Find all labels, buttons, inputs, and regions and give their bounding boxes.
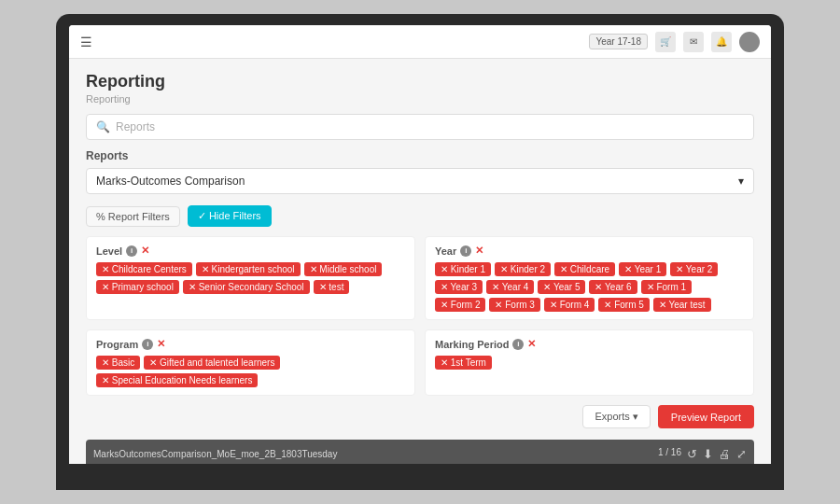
- notifications-icon[interactable]: 🔔: [711, 32, 732, 52]
- tag-childcare-centers[interactable]: ✕ Childcare Centers: [96, 262, 192, 276]
- tag-1st-term[interactable]: ✕ 1st Term: [435, 356, 492, 370]
- tag-basic[interactable]: ✕ Basic: [96, 356, 140, 370]
- tag-year4[interactable]: ✕ Year 4: [486, 280, 534, 294]
- preview-header: MarksOutcomesComparison_MoE_moe_2B_1803T…: [93, 447, 747, 461]
- marking-period-label: Marking Period i ✕: [435, 338, 744, 350]
- tag-form5[interactable]: ✕ Form 5: [598, 298, 649, 312]
- program-clear-icon[interactable]: ✕: [157, 338, 165, 350]
- refresh-icon[interactable]: ↺: [687, 447, 697, 461]
- filter-bar: % Report Filters ✓ Hide Filters: [86, 205, 754, 227]
- tag-kinder1[interactable]: ✕ Kinder 1: [435, 262, 491, 276]
- navbar-right: Year 17-18 🛒 ✉ 🔔: [589, 32, 760, 52]
- level-filter-group: Level i ✕ ✕ Childcare Centers ✕ Kinderga…: [86, 236, 415, 320]
- tag-year6[interactable]: ✕ Year 6: [589, 280, 637, 294]
- tag-year2[interactable]: ✕ Year 2: [670, 262, 718, 276]
- hide-filters-button[interactable]: ✓ Hide Filters: [188, 205, 272, 227]
- year-filter-label: Year i ✕: [435, 245, 744, 257]
- cart-icon[interactable]: 🛒: [655, 32, 676, 52]
- year-filter-group: Year i ✕ ✕ Kinder 1 ✕ Kinder 2 ✕ Childca…: [425, 236, 754, 320]
- selected-report: Marks-Outcomes Comparison: [96, 175, 245, 188]
- tag-kindergarten[interactable]: ✕ Kindergarten school: [196, 262, 301, 276]
- year-badge[interactable]: Year 17-18: [589, 34, 648, 49]
- preview-actions: 1 / 16 ↺ ⬇ 🖨 ⤢: [658, 447, 747, 461]
- expand-icon[interactable]: ⤢: [736, 447, 747, 461]
- breadcrumb: Reporting: [86, 93, 754, 105]
- tag-form4[interactable]: ✕ Form 4: [544, 298, 595, 312]
- tag-middle-school[interactable]: ✕ Middle school: [304, 262, 383, 276]
- marking-period-info-icon[interactable]: i: [512, 339, 524, 350]
- main-content: Reporting Reporting 🔍 Reports Reports Ma…: [69, 59, 771, 464]
- filters-grid: Level i ✕ ✕ Childcare Centers ✕ Kinderga…: [86, 236, 754, 396]
- preview-filename: MarksOutcomesComparison_MoE_moe_2B_1803T…: [93, 449, 337, 459]
- tag-year5[interactable]: ✕ Year 5: [538, 280, 585, 294]
- program-info-icon[interactable]: i: [142, 339, 153, 350]
- hamburger-icon[interactable]: ☰: [80, 35, 92, 49]
- tag-senior-secondary[interactable]: ✕ Senior Secondary School: [183, 280, 310, 294]
- download-icon[interactable]: ⬇: [703, 447, 713, 461]
- tag-test-level[interactable]: ✕ test: [314, 280, 350, 294]
- top-navbar: ☰ Year 17-18 🛒 ✉ 🔔: [69, 25, 771, 59]
- program-tags: ✕ Basic ✕ Gifted and talented learners ✕…: [96, 356, 405, 387]
- navbar-left: ☰: [80, 35, 92, 49]
- year-tags: ✕ Kinder 1 ✕ Kinder 2 ✕ Childcare ✕ Year…: [435, 262, 744, 312]
- marking-period-tags: ✕ 1st Term: [435, 356, 744, 370]
- preview-panel: MarksOutcomesComparison_MoE_moe_2B_1803T…: [86, 440, 754, 464]
- tag-gifted[interactable]: ✕ Gifted and talented learners: [144, 356, 280, 370]
- page-title: Reporting: [86, 72, 754, 91]
- preview-report-button[interactable]: Preview Report: [658, 405, 754, 428]
- report-filters-button[interactable]: % Report Filters: [86, 206, 180, 227]
- level-clear-icon[interactable]: ✕: [141, 245, 149, 257]
- level-filter-label: Level i ✕: [96, 245, 405, 257]
- marking-period-filter-group: Marking Period i ✕ ✕ 1st Term: [425, 329, 754, 396]
- dropdown-chevron-icon: ▾: [738, 175, 744, 188]
- tag-special-ed[interactable]: ✕ Special Education Needs learners: [96, 373, 258, 387]
- tag-childcare[interactable]: ✕ Childcare: [554, 262, 615, 276]
- year-info-icon[interactable]: i: [460, 245, 471, 257]
- tag-year-test[interactable]: ✕ Year test: [653, 298, 711, 312]
- reports-section-label: Reports: [86, 149, 754, 162]
- tag-form1[interactable]: ✕ Form 1: [641, 280, 692, 294]
- report-dropdown[interactable]: Marks-Outcomes Comparison ▾: [86, 168, 754, 194]
- marking-period-clear-icon[interactable]: ✕: [527, 338, 536, 350]
- search-bar[interactable]: 🔍 Reports: [86, 114, 754, 140]
- screen: ☰ Year 17-18 🛒 ✉ 🔔 Reporting Reporting 🔍…: [69, 25, 771, 464]
- print-icon[interactable]: 🖨: [719, 447, 731, 461]
- action-bar: Exports ▾ Preview Report: [86, 405, 754, 428]
- program-filter-label: Program i ✕: [96, 338, 405, 350]
- laptop-frame: ☰ Year 17-18 🛒 ✉ 🔔 Reporting Reporting 🔍…: [56, 14, 784, 490]
- avatar[interactable]: [739, 32, 760, 52]
- level-tags: ✕ Childcare Centers ✕ Kindergarten schoo…: [96, 262, 405, 294]
- tag-primary-school[interactable]: ✕ Primary school: [96, 280, 179, 294]
- tag-year3[interactable]: ✕ Year 3: [435, 280, 483, 294]
- level-info-icon[interactable]: i: [126, 245, 137, 257]
- search-placeholder: Reports: [116, 120, 155, 133]
- exports-button[interactable]: Exports ▾: [582, 405, 650, 428]
- tag-year1[interactable]: ✕ Year 1: [619, 262, 666, 276]
- search-icon: 🔍: [96, 120, 110, 133]
- tag-kinder2[interactable]: ✕ Kinder 2: [495, 262, 551, 276]
- year-clear-icon[interactable]: ✕: [475, 245, 483, 257]
- preview-page-info: 1 / 16: [658, 447, 681, 461]
- tag-form3[interactable]: ✕ Form 3: [489, 298, 539, 312]
- program-filter-group: Program i ✕ ✕ Basic ✕ Gifted and talente…: [86, 329, 415, 396]
- tag-form2[interactable]: ✕ Form 2: [435, 298, 485, 312]
- messages-icon[interactable]: ✉: [683, 32, 704, 52]
